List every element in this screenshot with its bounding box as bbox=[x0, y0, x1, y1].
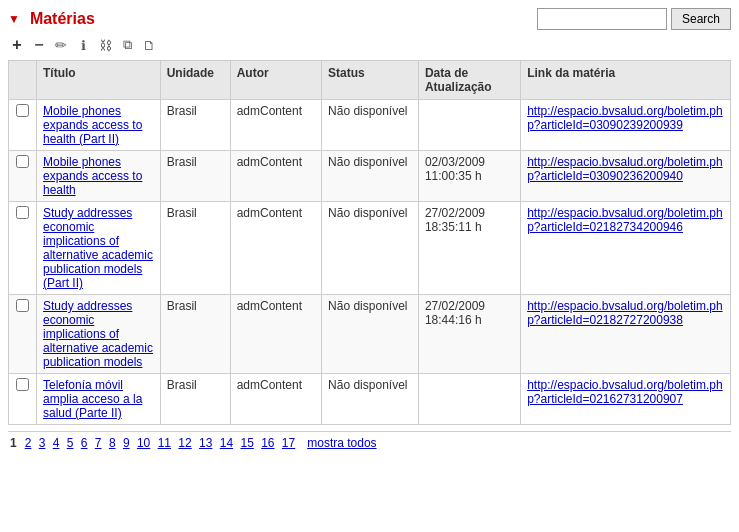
unidade-cell: Brasil bbox=[160, 202, 230, 295]
unidade-cell: Brasil bbox=[160, 100, 230, 151]
materia-link[interactable]: http://espacio.bvsalud.org/boletim.php?a… bbox=[527, 155, 722, 183]
pagination-page-4[interactable]: 4 bbox=[51, 436, 62, 450]
remove-icon[interactable]: − bbox=[30, 36, 48, 54]
pagination-page-11[interactable]: 11 bbox=[156, 436, 173, 450]
col-header-checkbox bbox=[9, 61, 37, 100]
info-icon[interactable]: ℹ bbox=[74, 36, 92, 54]
row-checkbox[interactable] bbox=[16, 206, 29, 219]
page-title: Matérias bbox=[30, 10, 95, 28]
materia-link[interactable]: http://espacio.bvsalud.org/boletim.php?a… bbox=[527, 104, 722, 132]
data-table: Título Unidade Autor Status Data de Atua… bbox=[8, 60, 731, 425]
col-header-unidade: Unidade bbox=[160, 61, 230, 100]
title-link[interactable]: Study addresses economic implications of… bbox=[43, 299, 153, 369]
pagination-page-13[interactable]: 13 bbox=[197, 436, 214, 450]
pagination-page-17[interactable]: 17 bbox=[280, 436, 297, 450]
materia-link[interactable]: http://espacio.bvsalud.org/boletim.php?a… bbox=[527, 299, 722, 327]
col-header-link: Link da matéria bbox=[521, 61, 731, 100]
pagination-page-8[interactable]: 8 bbox=[107, 436, 118, 450]
unidade-cell: Brasil bbox=[160, 374, 230, 425]
pagination-page-15[interactable]: 15 bbox=[238, 436, 255, 450]
status-cell: Não disponível bbox=[322, 374, 419, 425]
status-cell: Não disponível bbox=[322, 202, 419, 295]
pagination-page-3[interactable]: 3 bbox=[37, 436, 48, 450]
pagination-current: 1 bbox=[8, 436, 19, 450]
header-left: ▼ Matérias bbox=[8, 10, 95, 28]
materia-link[interactable]: http://espacio.bvsalud.org/boletim.php?a… bbox=[527, 378, 722, 406]
pagination-page-6[interactable]: 6 bbox=[79, 436, 90, 450]
autor-cell: admContent bbox=[230, 151, 321, 202]
search-input[interactable] bbox=[537, 8, 667, 30]
materia-link[interactable]: http://espacio.bvsalud.org/boletim.php?a… bbox=[527, 206, 722, 234]
header: ▼ Matérias Search bbox=[8, 8, 731, 30]
autor-cell: admContent bbox=[230, 374, 321, 425]
autor-cell: admContent bbox=[230, 100, 321, 151]
pagination-page-16[interactable]: 16 bbox=[259, 436, 276, 450]
title-link[interactable]: Mobile phones expands access to health bbox=[43, 155, 142, 197]
autor-cell: admContent bbox=[230, 202, 321, 295]
status-cell: Não disponível bbox=[322, 295, 419, 374]
copy-icon[interactable]: ⧉ bbox=[118, 36, 136, 54]
data-atualizacao-cell: 02/03/2009 11:00:35 h bbox=[418, 151, 520, 202]
data-atualizacao-cell: 27/02/2009 18:35:11 h bbox=[418, 202, 520, 295]
table-row: Mobile phones expands access to healthBr… bbox=[9, 151, 731, 202]
row-checkbox[interactable] bbox=[16, 104, 29, 117]
pagination-page-5[interactable]: 5 bbox=[65, 436, 76, 450]
unidade-cell: Brasil bbox=[160, 295, 230, 374]
edit-pencil-icon[interactable]: ✏ bbox=[52, 36, 70, 54]
pagination-page-14[interactable]: 14 bbox=[218, 436, 235, 450]
pagination-page-9[interactable]: 9 bbox=[121, 436, 132, 450]
row-checkbox[interactable] bbox=[16, 299, 29, 312]
autor-cell: admContent bbox=[230, 295, 321, 374]
table-row: Telefonía móvil amplia acceso a la salud… bbox=[9, 374, 731, 425]
data-atualizacao-cell bbox=[418, 374, 520, 425]
row-checkbox[interactable] bbox=[16, 378, 29, 391]
title-link[interactable]: Study addresses economic implications of… bbox=[43, 206, 153, 290]
toolbar: + − ✏ ℹ ⛓ ⧉ 🗋 bbox=[8, 36, 731, 54]
search-button[interactable]: Search bbox=[671, 8, 731, 30]
data-atualizacao-cell: 27/02/2009 18:44:16 h bbox=[418, 295, 520, 374]
pagination-page-2[interactable]: 2 bbox=[23, 436, 34, 450]
col-header-titulo: Título bbox=[36, 61, 160, 100]
col-header-autor: Autor bbox=[230, 61, 321, 100]
table-row: Study addresses economic implications of… bbox=[9, 202, 731, 295]
status-cell: Não disponível bbox=[322, 100, 419, 151]
pagination-page-7[interactable]: 7 bbox=[93, 436, 104, 450]
search-area: Search bbox=[537, 8, 731, 30]
link-chain-icon[interactable]: ⛓ bbox=[96, 36, 114, 54]
title-link[interactable]: Mobile phones expands access to health (… bbox=[43, 104, 142, 146]
page-container: ▼ Matérias Search + − ✏ ℹ ⛓ ⧉ 🗋 Título U… bbox=[0, 0, 739, 458]
document-icon[interactable]: 🗋 bbox=[140, 36, 158, 54]
pagination-page-12[interactable]: 12 bbox=[176, 436, 193, 450]
table-row: Mobile phones expands access to health (… bbox=[9, 100, 731, 151]
pagination-page-10[interactable]: 10 bbox=[135, 436, 152, 450]
unidade-cell: Brasil bbox=[160, 151, 230, 202]
row-checkbox[interactable] bbox=[16, 155, 29, 168]
pagination: 1 2 3 4 5 6 7 8 9 10 11 12 13 14 15 16 1… bbox=[8, 431, 731, 450]
pagination-mostra-todos[interactable]: mostra todos bbox=[305, 436, 378, 450]
collapse-arrow-icon[interactable]: ▼ bbox=[8, 12, 20, 26]
add-icon[interactable]: + bbox=[8, 36, 26, 54]
data-atualizacao-cell bbox=[418, 100, 520, 151]
table-row: Study addresses economic implications of… bbox=[9, 295, 731, 374]
status-cell: Não disponível bbox=[322, 151, 419, 202]
col-header-status: Status bbox=[322, 61, 419, 100]
title-link[interactable]: Telefonía móvil amplia acceso a la salud… bbox=[43, 378, 142, 420]
col-header-data: Data de Atualização bbox=[418, 61, 520, 100]
